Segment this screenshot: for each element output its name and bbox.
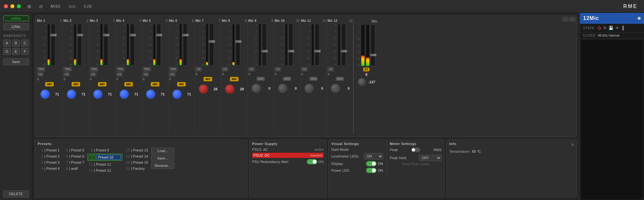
snapshot-d[interactable]: D — [3, 48, 11, 55]
ch1-48v-button[interactable]: 48V — [45, 82, 53, 86]
master-fader-knob[interactable] — [370, 54, 376, 56]
ch1-fader[interactable] — [51, 24, 55, 66]
ch11-as-tag[interactable]: AS — [301, 67, 308, 71]
ch10-fader-knob[interactable] — [288, 50, 294, 52]
ch5-knob[interactable] — [146, 89, 156, 99]
ch1-as-tag[interactable]: AS — [37, 72, 43, 77]
ch5-fader-track[interactable] — [156, 24, 161, 66]
ch2-fader-knob[interactable] — [77, 34, 83, 36]
ch4-phi[interactable]: φ — [116, 77, 118, 81]
peak-rms-toggle[interactable] — [411, 148, 420, 152]
ch11-fader[interactable] — [315, 24, 319, 66]
snapshot-c[interactable]: C — [21, 40, 29, 47]
maximize-button[interactable] — [17, 4, 21, 8]
rename-button[interactable]: Rename... — [151, 162, 175, 169]
ch1-fader-track[interactable] — [51, 24, 55, 66]
ch12-fader-knob[interactable] — [341, 50, 347, 52]
ch9-48v-button[interactable]: 48V — [257, 77, 264, 81]
ch10-48v-button[interactable]: 48V — [283, 77, 291, 81]
ch10-as-tag[interactable]: AS — [275, 67, 281, 71]
ch7-48v-button[interactable]: 48V — [204, 77, 212, 81]
peak-hold-select[interactable]: OFF ON — [419, 155, 441, 161]
ch6-trs-tag[interactable]: TRS — [169, 67, 177, 71]
clock-icon[interactable]: ⊙ — [39, 4, 43, 9]
ch9-fader[interactable] — [262, 24, 267, 66]
ch9-as-tag[interactable]: AS — [248, 67, 255, 71]
ch4-trs-tag[interactable]: TRS — [116, 67, 125, 71]
redundancy-toggle[interactable] — [307, 159, 317, 164]
ch11-48v-button[interactable]: 48V — [309, 77, 317, 81]
ch9-phi[interactable]: φ — [248, 72, 250, 76]
master-knob[interactable] — [357, 77, 366, 86]
ch12-fader[interactable] — [341, 24, 346, 66]
reset-peak-levels-button[interactable]: Reset Peak Levels — [390, 162, 442, 166]
ch5-48v-button[interactable]: 48V — [151, 82, 159, 86]
levelmeter-select[interactable]: ON OFF — [364, 153, 383, 159]
display-toggle[interactable] — [366, 161, 376, 166]
ch3-knob[interactable] — [93, 89, 103, 99]
ch2-48v-button[interactable]: 48V — [71, 82, 80, 86]
minimize-button[interactable] — [10, 4, 14, 8]
preset-9[interactable]: 9| Preset 9 — [87, 148, 122, 153]
ch7-phi[interactable]: φ — [195, 72, 197, 76]
snapshot-a[interactable]: A — [3, 40, 11, 47]
ch1-knob[interactable] — [40, 89, 50, 99]
snapshot-f[interactable]: F — [21, 48, 29, 55]
ch6-48v-button[interactable]: 48V — [177, 82, 185, 86]
preset-15[interactable]: 15| Preset 15 — [124, 160, 149, 165]
ch6-fader-knob[interactable] — [182, 34, 189, 36]
ch4-48v-button[interactable]: 48V — [124, 82, 133, 86]
ch1-phi[interactable]: φ — [37, 77, 39, 81]
ch11-knob[interactable] — [304, 83, 314, 94]
preset-13[interactable]: 13| Preset 13 — [124, 148, 149, 153]
state-info-icon[interactable]: ▐ — [621, 26, 624, 30]
preset-1[interactable]: 1| Preset 1 — [38, 148, 61, 153]
ch9-fader-track[interactable] — [262, 24, 267, 66]
ch1-fader-knob[interactable] — [50, 34, 57, 36]
ch7-fader-knob[interactable] — [209, 40, 215, 43]
ch12-phi[interactable]: φ — [327, 72, 329, 76]
channels-plus-button[interactable]: + — [570, 17, 575, 22]
master-fader-track[interactable] — [371, 24, 375, 66]
preset-10-input[interactable] — [97, 155, 121, 160]
ch4-fader-track[interactable] — [130, 24, 135, 66]
ch2-fader[interactable] — [77, 24, 82, 66]
ch10-phi[interactable]: φ — [275, 72, 277, 76]
link-icon[interactable]: ⊃⊂ — [68, 4, 76, 9]
save-preset-button[interactable]: Save... — [151, 155, 175, 161]
ch8-48v-button[interactable]: 48V — [230, 77, 238, 81]
save-snapshot-button[interactable]: Save — [3, 58, 29, 65]
cd-label[interactable]: C/D — [84, 4, 92, 9]
preset-14[interactable]: 14| Preset 14 — [124, 154, 149, 159]
preset-2[interactable]: 2| Preset 2 — [38, 154, 61, 159]
device-name-button[interactable]: 12Mic — [3, 23, 29, 30]
delete-button[interactable]: DELETE — [3, 190, 29, 197]
ch3-fader[interactable] — [104, 24, 108, 66]
preset-10[interactable]: 10 — [87, 154, 122, 161]
ch8-phi[interactable]: φ — [222, 72, 224, 76]
ch8-knob[interactable] — [225, 84, 235, 94]
close-button[interactable] — [4, 4, 8, 8]
ch2-trs-tag[interactable]: TRS — [63, 67, 72, 71]
master-fader[interactable] — [371, 24, 375, 66]
ch12-fader-track[interactable] — [341, 24, 346, 66]
ch11-fader-knob[interactable] — [314, 50, 321, 52]
ch4-fader-knob[interactable] — [129, 34, 136, 36]
ch12-48v-button[interactable]: 48V — [336, 77, 344, 81]
preset-11[interactable]: 11| Preset 11 — [87, 162, 122, 167]
preset-5[interactable]: 5| Preset 5 — [62, 148, 85, 153]
ch4-fader[interactable] — [130, 24, 135, 66]
ch2-fader-track[interactable] — [77, 24, 82, 66]
ch10-fader[interactable] — [289, 24, 293, 66]
preset-7[interactable]: 7| Preset 7 — [62, 160, 85, 165]
preset-3[interactable]: 3| Preset 3 — [38, 160, 61, 165]
ch8-as-tag[interactable]: AS — [222, 67, 228, 71]
ch10-knob[interactable] — [278, 83, 288, 94]
ch10-fader-track[interactable] — [289, 24, 293, 66]
ch5-fader[interactable] — [156, 24, 161, 66]
ch7-fader-track[interactable] — [209, 24, 214, 66]
ch2-as-tag[interactable]: AS — [63, 72, 70, 77]
state-settings-icon[interactable]: ⚙ — [603, 26, 607, 30]
ch3-trs-tag[interactable]: TRS — [90, 67, 98, 71]
load-button[interactable]: Load... — [151, 148, 175, 154]
